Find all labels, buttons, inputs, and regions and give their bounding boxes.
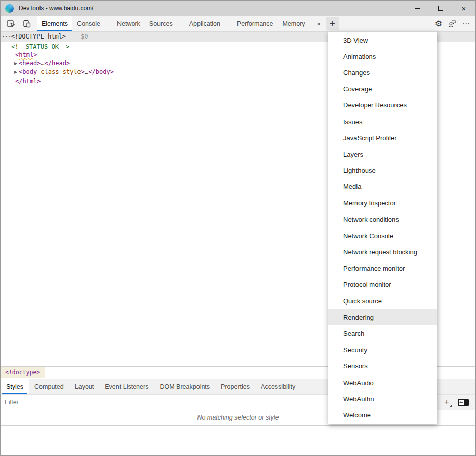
styles-pane-tab-label: Accessibility <box>261 383 295 390</box>
body-open-tag: <body <box>19 68 37 75</box>
computed-sidebar-toggle-icon[interactable]: ← <box>458 399 469 406</box>
toolbar-tab[interactable]: Application <box>185 16 225 31</box>
more-tools-menu-item[interactable]: Security <box>328 342 437 358</box>
main-toolbar: Elements Console Network Sources Applica… <box>1 16 475 32</box>
more-tools-menu-item[interactable]: WebAuthn <box>328 391 437 407</box>
toolbar-tab[interactable]: Sources <box>145 16 177 31</box>
toolbar-tab-label: Console <box>77 20 100 27</box>
minimize-icon <box>415 8 420 9</box>
toolbar-tabs: Elements Console Network Sources Applica… <box>37 16 310 31</box>
toolbar-tab[interactable]: Network <box>112 16 145 31</box>
menu-item-label: Quick source <box>343 297 382 305</box>
maximize-button[interactable] <box>429 1 452 16</box>
toolbar-tab[interactable]: Memory <box>277 16 309 31</box>
toolbar-tab[interactable]: Performance <box>232 16 278 31</box>
styles-pane-tab-label: Styles <box>6 383 23 390</box>
feedback-person-icon <box>448 19 457 28</box>
more-tools-menu-item[interactable]: Developer Resources <box>328 97 437 113</box>
body-open-bracket-end: > <box>81 68 85 75</box>
more-tools-menu-item[interactable]: Coverage <box>328 81 437 97</box>
more-tools-menu-item[interactable]: Welcome <box>328 407 437 423</box>
styles-pane-tab[interactable]: Properties <box>215 379 255 394</box>
menu-item-label: Network request blocking <box>343 248 417 256</box>
more-tools-menu-item[interactable]: Changes <box>328 64 437 81</box>
selected-node-hint: == <box>66 33 81 40</box>
menu-item-label: Media <box>343 183 361 191</box>
more-tools-menu-item[interactable]: Memory Inspector <box>328 195 437 211</box>
styles-pane-tab[interactable]: Event Listeners <box>99 379 154 394</box>
more-tools-menu-item[interactable]: Network conditions <box>328 211 437 227</box>
toolbar-tab[interactable]: Console <box>72 16 105 31</box>
menu-item-label: Network Console <box>343 232 393 240</box>
toolbar-tab[interactable]: Elements <box>37 16 72 31</box>
menu-item-label: Lighthouse <box>343 167 376 174</box>
more-tools-menu-item[interactable]: Layers <box>328 146 437 162</box>
close-button[interactable]: × <box>452 1 475 16</box>
styles-pane-tab-label: Event Listeners <box>105 383 148 390</box>
edge-logo-icon <box>5 4 14 13</box>
body-attributes: class style <box>37 68 81 75</box>
settings-gear-icon[interactable]: ⚙ <box>435 20 442 28</box>
more-tools-menu-item[interactable]: Protocol monitor <box>328 277 437 293</box>
device-emulation-button[interactable] <box>22 19 32 29</box>
toolbar-tab-label: Network <box>117 20 140 27</box>
inspect-element-button[interactable] <box>6 19 16 29</box>
dollar-zero-hint: $0 <box>81 33 88 40</box>
menu-item-label: Developer Resources <box>343 101 407 109</box>
window-controls: × <box>406 1 475 16</box>
styles-pane-tab[interactable]: Computed <box>29 379 69 394</box>
toolbar-left-icons <box>1 16 37 31</box>
doctype-prefix-dots: ··· <box>2 33 11 40</box>
menu-item-label: Changes <box>343 69 370 77</box>
more-tools-menu-item[interactable]: Search <box>328 325 437 341</box>
menu-item-label: WebAuthn <box>343 395 374 403</box>
more-tools-menu: 3D View Animations Changes Coverage Deve… <box>328 31 437 424</box>
styles-pane-tab-label: Computed <box>34 383 64 390</box>
menu-item-label: Search <box>343 330 364 337</box>
menu-item-label: Issues <box>343 118 363 126</box>
more-tools-menu-item[interactable]: Animations <box>328 48 437 64</box>
minimize-button[interactable] <box>406 1 429 16</box>
breadcrumb-doctype[interactable]: <!doctype> <box>1 367 45 378</box>
more-tools-button[interactable]: + <box>326 17 339 30</box>
more-options-icon[interactable]: ⋯ <box>462 19 470 28</box>
more-tools-menu-item[interactable]: Rendering <box>328 309 437 325</box>
styles-pane-tab-label: Properties <box>221 383 250 390</box>
menu-item-label: WebAudio <box>343 379 374 387</box>
more-tools-menu-item[interactable]: Network request blocking <box>328 244 437 260</box>
more-tools-menu-item[interactable]: Lighthouse <box>328 163 437 179</box>
styles-filter-input[interactable] <box>1 399 213 406</box>
head-ellipsis: … <box>41 60 44 67</box>
styles-pane-tab-label: DOM Breakpoints <box>160 383 210 390</box>
more-tools-menu-item[interactable]: Network Console <box>328 227 437 244</box>
more-tools-menu-item[interactable]: 3D View <box>328 32 437 48</box>
more-tools-menu-item[interactable]: Media <box>328 179 437 195</box>
more-tools-menu-item[interactable]: JavaScript Profiler <box>328 130 437 146</box>
menu-item-label: Security <box>343 346 367 354</box>
more-tools-menu-item[interactable]: Quick source <box>328 293 437 309</box>
styles-pane-tab[interactable]: Layout <box>69 379 100 394</box>
toggle-arrow-icon: ← <box>459 400 463 405</box>
more-tools-menu-item[interactable]: Issues <box>328 113 437 130</box>
styles-pane-tab[interactable]: Accessibility <box>255 379 301 394</box>
menu-item-label: Rendering <box>343 314 374 321</box>
menu-item-label: Animations <box>343 53 376 60</box>
menu-item-label: Protocol monitor <box>343 281 391 288</box>
new-style-rule-button[interactable]: + <box>441 397 452 408</box>
more-tools-menu-item[interactable]: Sensors <box>328 358 437 374</box>
expand-arrow-icon[interactable]: ▶ <box>14 68 19 77</box>
feedback-button[interactable] <box>447 19 457 29</box>
styles-pane-tab-label: Layout <box>75 383 94 390</box>
titlebar: DevTools - www.baidu.com/ × <box>1 1 475 16</box>
styles-pane-tab[interactable]: Styles <box>1 379 29 394</box>
html-close-tag: </html> <box>15 78 41 85</box>
menu-item-label: Sensors <box>343 362 368 370</box>
menu-item-label: 3D View <box>343 36 368 44</box>
more-panels-chevron-button[interactable]: » <box>310 16 326 31</box>
maximize-icon <box>438 6 443 11</box>
more-tools-menu-item[interactable]: WebAudio <box>328 374 437 391</box>
menu-item-label: JavaScript Profiler <box>343 134 396 142</box>
expand-arrow-icon[interactable]: ▶ <box>14 60 19 68</box>
more-tools-menu-item[interactable]: Performance monitor <box>328 260 437 277</box>
styles-pane-tab[interactable]: DOM Breakpoints <box>154 379 215 394</box>
